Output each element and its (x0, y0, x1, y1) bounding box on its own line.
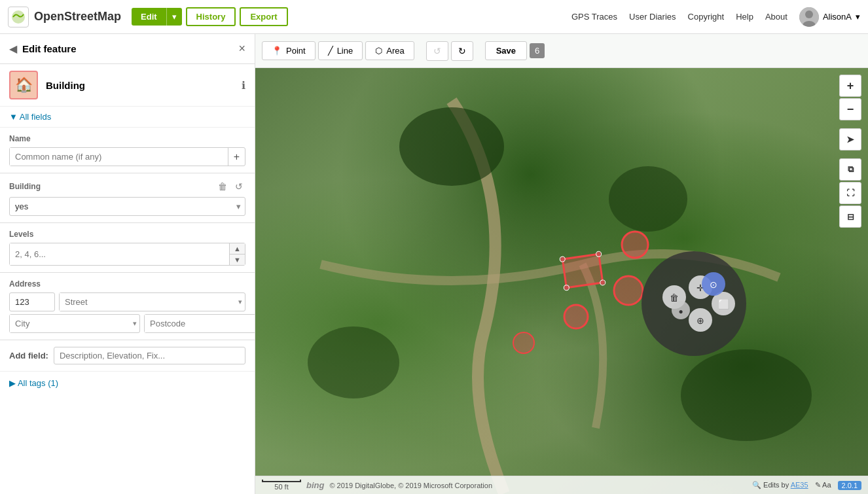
map-right-controls: + − ➤ ⧉ ⛶ ⊟ (839, 75, 861, 228)
back-arrow[interactable]: ◀ (9, 43, 17, 55)
map-toolbar: 📍 Point ╱ Line ⬡ Area ↺ ↻ Save 6 (255, 34, 868, 68)
add-field-input[interactable] (54, 347, 245, 364)
city-arrow: ▾ (130, 319, 139, 328)
redo-button[interactable]: ↻ (451, 41, 473, 61)
point-label: Point (286, 46, 306, 56)
zoom-in-button[interactable]: + (839, 75, 861, 97)
address-section-label: Address (9, 279, 245, 289)
ctrl-separator2 (839, 152, 861, 157)
nav-user-diaries[interactable]: User Diaries (629, 12, 676, 22)
address-street-input[interactable] (60, 293, 236, 311)
feature-icon: 🏠 (9, 71, 38, 99)
levels-section: Levels ▲ ▼ (0, 223, 255, 273)
editor-link[interactable]: AE35 (791, 481, 808, 489)
zoom-out-button[interactable]: − (839, 98, 861, 120)
scale-bar: 50 ft (262, 480, 301, 491)
svg-point-11 (564, 285, 570, 291)
address-postcode-wrapper: ▾ (144, 314, 255, 333)
svg-text:🗑: 🗑 (670, 292, 679, 303)
name-input[interactable] (10, 148, 228, 166)
address-postcode-input[interactable] (145, 315, 255, 332)
building-select[interactable]: yes no residential commercial (10, 198, 232, 215)
layers-button[interactable]: ⧉ (839, 158, 861, 181)
address-city-wrapper: ▾ (9, 314, 140, 333)
point-icon: 📍 (272, 46, 282, 56)
logo: OpenStreetMap (8, 7, 121, 27)
svg-point-14 (614, 276, 643, 305)
point-button[interactable]: 📍 Point (262, 41, 316, 60)
map-container: 📍 Point ╱ Line ⬡ Area ↺ ↻ Save 6 (255, 34, 868, 494)
sidebar: ◀ Edit feature × 🏠 Building ℹ ▼ All fiel… (0, 34, 255, 494)
building-select-arrow: ▾ (232, 202, 245, 211)
building-icon: 🏠 (15, 77, 33, 94)
info-icon[interactable]: ℹ (242, 79, 245, 92)
nav-copyright[interactable]: Copyright (688, 12, 725, 22)
close-button[interactable]: × (238, 42, 245, 56)
export-button[interactable]: Export (240, 7, 287, 26)
user-menu[interactable]: AlisonA ▾ (799, 7, 860, 27)
ctrl-separator (839, 122, 861, 127)
notes-button[interactable]: ⊟ (839, 205, 861, 228)
building-select-wrapper: yes no residential commercial ▾ (9, 197, 245, 216)
name-add-button[interactable]: + (228, 148, 245, 166)
nav-help[interactable]: Help (736, 12, 753, 22)
building-section-label: Building 🗑 ↺ (9, 180, 245, 193)
font-icon[interactable]: ✎ Aa (815, 481, 831, 489)
map-bottom-bar: 50 ft bing © 2019 DigitalGlobe, © 2019 M… (255, 476, 868, 494)
nav-about[interactable]: About (765, 12, 787, 22)
all-fields-toggle[interactable]: ▼ All fields (0, 107, 255, 128)
svg-point-9 (560, 256, 566, 262)
map-copyright: © 2019 DigitalGlobe, © 2019 Microsoft Co… (329, 482, 492, 489)
address-number-input[interactable] (9, 292, 55, 311)
history-button[interactable]: History (186, 7, 236, 26)
feature-row: 🏠 Building ℹ (0, 64, 255, 107)
bing-logo: bing (306, 480, 324, 490)
scale-line (262, 480, 301, 482)
svg-text:⬜: ⬜ (718, 299, 730, 310)
gpx-button[interactable]: ⛶ (839, 182, 861, 204)
levels-section-label: Levels (9, 230, 245, 239)
area-button[interactable]: ⬡ Area (365, 41, 414, 60)
undo-button[interactable]: ↺ (426, 41, 448, 61)
edits-label: 🔍 Edits by AE35 (752, 481, 808, 489)
svg-text:⊙: ⊙ (710, 279, 717, 290)
user-avatar (799, 7, 819, 27)
edit-button[interactable]: Edit (132, 8, 166, 26)
user-dropdown-arrow: ▾ (856, 12, 860, 22)
area-label: Area (386, 46, 404, 56)
line-icon: ╱ (328, 46, 333, 56)
compass-button[interactable]: ➤ (839, 128, 861, 150)
add-field-label: Add field: (9, 351, 48, 361)
levels-input-wrapper: ▲ ▼ (9, 243, 245, 266)
map-imagery[interactable]: 🗑 ✛ ⬜ ⊕ ● ⊙ (255, 68, 868, 494)
levels-down-button[interactable]: ▼ (230, 255, 245, 265)
address-city-input[interactable] (10, 315, 130, 332)
svg-point-10 (596, 251, 602, 257)
svg-point-12 (600, 279, 606, 285)
line-button[interactable]: ╱ Line (318, 41, 363, 60)
save-button[interactable]: Save (485, 41, 527, 60)
levels-input[interactable] (10, 243, 229, 265)
svg-point-4 (399, 107, 504, 186)
address-number-street-row: ▾ (9, 292, 245, 311)
line-label: Line (337, 46, 353, 56)
nav-gps-traces[interactable]: GPS Traces (571, 12, 617, 22)
building-delete-button[interactable]: 🗑 (215, 180, 230, 193)
address-street-wrapper: ▾ (59, 292, 245, 311)
svg-point-15 (564, 305, 588, 328)
map-bottom-right: 🔍 Edits by AE35 ✎ Aa 2.0.1 (752, 481, 861, 490)
street-arrow: ▾ (236, 298, 245, 306)
svg-text:●: ● (678, 307, 683, 316)
main-layout: ◀ Edit feature × 🏠 Building ℹ ▼ All fiel… (0, 34, 868, 494)
building-section: Building 🗑 ↺ yes no residential commerci… (0, 173, 255, 223)
svg-point-5 (609, 166, 687, 232)
edit-dropdown-button[interactable]: ▾ (166, 8, 182, 26)
building-reset-button[interactable]: ↺ (232, 180, 245, 193)
scale-label: 50 ft (274, 483, 288, 491)
user-name: AlisonA (823, 12, 852, 22)
name-input-wrapper: + (9, 147, 245, 166)
all-tags-toggle[interactable]: ▶ All tags (1) (0, 372, 255, 395)
levels-up-button[interactable]: ▲ (230, 243, 245, 255)
map-svg: 🗑 ✛ ⬜ ⊕ ● ⊙ (255, 68, 868, 494)
version-badge: 2.0.1 (838, 481, 861, 490)
